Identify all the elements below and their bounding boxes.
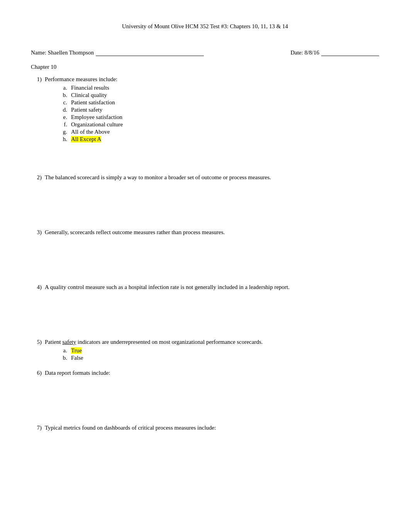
question-5-number: 5) [31, 339, 42, 362]
question-7-content: Typical metrics found on dashboards of c… [45, 425, 379, 433]
question-7-block: 7) Typical metrics found on dashboards o… [31, 425, 379, 433]
question-3-block: 3) Generally, scorecards reflect outcome… [31, 229, 379, 238]
page-title: University of Mount Olive HCM 352 Test #… [31, 23, 379, 30]
list-item: h. All Except A [60, 136, 379, 143]
question-7: 7) Typical metrics found on dashboards o… [31, 425, 379, 433]
sub-text-d: Patient safety [71, 107, 102, 113]
question-1-text: Performance measures include: [45, 76, 379, 83]
question-6: 6) Data report formats include: [31, 370, 379, 378]
sub-text-false: False [71, 355, 83, 361]
question-4-number: 4) [31, 284, 42, 292]
question-3-text: Generally, scorecards reflect outcome me… [45, 229, 379, 236]
question-2-content: The balanced scorecard is simply a way t… [45, 174, 379, 183]
sub-letter-c: c. [60, 99, 67, 106]
list-item: g. All of the Above [60, 129, 379, 135]
list-item: f. Organizational culture [60, 121, 379, 128]
chapter-heading: Chapter 10 [31, 64, 379, 70]
sub-letter-g: g. [60, 129, 67, 135]
question-2-number: 2) [31, 174, 42, 183]
list-item: b. False [60, 355, 379, 361]
date-label: Date: 8/8/16 [290, 49, 319, 56]
question-2-text: The balanced scorecard is simply a way t… [45, 174, 379, 181]
sub-text-b: Clinical quality [71, 92, 107, 99]
sub-letter-d: d. [60, 107, 67, 113]
question-5-sublist: a. True b. False [60, 347, 379, 361]
question-6-block: 6) Data report formats include: [31, 370, 379, 378]
question-4-text: A quality control measure such as a hosp… [45, 284, 379, 291]
sub-text-g: All of the Above [71, 129, 110, 135]
sub-letter-f: f. [60, 121, 67, 128]
question-4-block: 4) A quality control measure such as a h… [31, 284, 379, 292]
question-5-block: 5) Patient safety indicators are underre… [31, 339, 379, 362]
name-label: Name: Shaellen Thompson [31, 49, 94, 56]
question-4-content: A quality control measure such as a hosp… [45, 284, 379, 292]
question-5: 5) Patient safety indicators are underre… [31, 339, 379, 362]
sub-letter-a: a. [60, 347, 67, 354]
sub-letter-h: h. [60, 136, 67, 143]
sub-text-e: Employee satisfaction [71, 114, 122, 121]
question-3-content: Generally, scorecards reflect outcome me… [45, 229, 379, 238]
question-6-text: Data report formats include: [45, 370, 379, 376]
name-date-row: Name: Shaellen Thompson Date: 8/8/16 [31, 49, 379, 56]
question-1-content: Performance measures include: a. Financi… [45, 76, 379, 143]
question-5-text: Patient safety indicators are underrepre… [45, 339, 379, 345]
name-field: Name: Shaellen Thompson [31, 49, 204, 56]
sub-text-f: Organizational culture [71, 121, 123, 128]
sub-text-a: Financial results [71, 85, 109, 91]
question-1: 1) Performance measures include: a. Fina… [31, 76, 379, 143]
question-1-block: 1) Performance measures include: a. Fina… [31, 76, 379, 143]
sub-letter-a: a. [60, 85, 67, 91]
question-7-text: Typical metrics found on dashboards of c… [45, 425, 379, 431]
underline-safety: safety [62, 339, 76, 345]
question-1-sublist: a. Financial results b. Clinical quality… [60, 85, 379, 143]
list-item: b. Clinical quality [60, 92, 379, 99]
sub-text-c: Patient satisfaction [71, 99, 115, 106]
sub-text-h: All Except A [71, 136, 101, 143]
sub-text-true: True [71, 347, 82, 354]
question-4: 4) A quality control measure such as a h… [31, 284, 379, 292]
question-6-content: Data report formats include: [45, 370, 379, 378]
list-item: d. Patient safety [60, 107, 379, 113]
question-3-number: 3) [31, 229, 42, 238]
sub-letter-e: e. [60, 114, 67, 121]
question-3: 3) Generally, scorecards reflect outcome… [31, 229, 379, 238]
question-1-number: 1) [31, 76, 42, 143]
question-6-number: 6) [31, 370, 42, 378]
question-7-number: 7) [31, 425, 42, 433]
date-underline [321, 49, 379, 56]
sub-letter-b: b. [60, 355, 67, 361]
list-item: e. Employee satisfaction [60, 114, 379, 121]
list-item: c. Patient satisfaction [60, 99, 379, 106]
date-field: Date: 8/8/16 [290, 49, 379, 56]
question-2-block: 2) The balanced scorecard is simply a wa… [31, 174, 379, 183]
sub-letter-b: b. [60, 92, 67, 99]
question-5-content: Patient safety indicators are underrepre… [45, 339, 379, 362]
list-item: a. Financial results [60, 85, 379, 91]
list-item: a. True [60, 347, 379, 354]
name-underline [96, 49, 204, 56]
question-2: 2) The balanced scorecard is simply a wa… [31, 174, 379, 183]
